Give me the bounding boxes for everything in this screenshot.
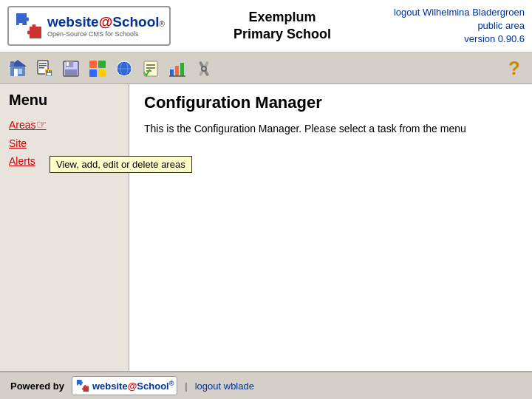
toolbar-pages-button[interactable]: 💾 xyxy=(33,57,56,81)
svg-point-34 xyxy=(202,67,205,70)
footer-logo-text: website@School® xyxy=(92,380,174,392)
svg-rect-14 xyxy=(65,69,77,75)
logo-registered: ® xyxy=(160,20,165,28)
svg-rect-18 xyxy=(98,69,106,77)
toolbar-icons: 💾 xyxy=(6,57,216,81)
toolbar-home-button[interactable] xyxy=(6,57,30,81)
svg-rect-7 xyxy=(39,65,47,66)
content-description: This is the Configuration Manager. Pleas… xyxy=(144,123,517,134)
logo-area[interactable]: website@School® Open-Source CMS for Scho… xyxy=(7,6,171,46)
sidebar: Menu Areas☞ View, add, edit or delete ar… xyxy=(0,84,129,371)
sidebar-item-site[interactable]: Site xyxy=(9,137,27,149)
logo-website: website xyxy=(47,14,99,30)
svg-rect-15 xyxy=(89,61,97,68)
svg-text:💾: 💾 xyxy=(46,69,52,76)
svg-rect-28 xyxy=(175,66,179,76)
logo-puzzle-icon xyxy=(13,10,44,41)
content-area: Configuration Manager This is the Config… xyxy=(129,84,532,371)
svg-rect-6 xyxy=(39,63,47,64)
toolbar-stats-button[interactable] xyxy=(166,57,189,81)
toolbar-save-button[interactable] xyxy=(59,57,83,81)
logo-box: website@School® Open-Source CMS for Scho… xyxy=(7,6,171,46)
svg-rect-17 xyxy=(89,69,97,77)
logo-tagline: Open-Source CMS for Schools xyxy=(47,30,165,38)
toolbar-users-button[interactable] xyxy=(139,57,163,81)
footer-separator: | xyxy=(185,381,187,392)
logo-at: @ xyxy=(99,14,113,30)
svg-rect-2 xyxy=(14,69,18,76)
svg-rect-8 xyxy=(39,67,44,69)
help-button[interactable]: ? xyxy=(504,57,525,80)
footer-powered-label: Powered by xyxy=(10,381,64,392)
toolbar-themes-button[interactable] xyxy=(112,57,136,81)
user-area: public area xyxy=(477,20,525,31)
header: website@School® Open-Source CMS for Scho… xyxy=(0,0,532,53)
sidebar-title: Menu xyxy=(9,92,120,109)
svg-rect-3 xyxy=(18,69,22,74)
sidebar-item-areas[interactable]: Areas☞ xyxy=(9,117,47,132)
footer-logout-link[interactable]: logout wblade xyxy=(195,381,254,392)
toolbar-modules-button[interactable] xyxy=(86,57,109,81)
svg-rect-27 xyxy=(170,69,174,76)
svg-rect-29 xyxy=(180,63,184,76)
footer-logo: website@School® xyxy=(72,376,177,395)
toolbar: 💾 xyxy=(0,53,532,84)
sidebar-item-alerts[interactable]: Alerts xyxy=(9,155,35,167)
logo-school: School xyxy=(112,14,159,30)
svg-rect-16 xyxy=(98,61,106,68)
tooltip-areas: View, add, edit or delete areas xyxy=(50,156,192,173)
content-title: Configuration Manager xyxy=(144,93,517,112)
version-label: version 0.90.6 xyxy=(464,33,525,44)
footer: Powered by website@School® | logout wbla… xyxy=(0,371,532,399)
toolbar-config-button[interactable] xyxy=(192,57,216,81)
logout-link[interactable]: logout Wilhelmina Bladergroen xyxy=(394,7,525,18)
svg-rect-13 xyxy=(66,62,69,66)
main-area: Menu Areas☞ View, add, edit or delete ar… xyxy=(0,84,532,371)
site-title: Exemplum Primary School xyxy=(171,9,394,44)
logo-text-area: website@School® Open-Source CMS for Scho… xyxy=(47,14,165,38)
user-info[interactable]: logout Wilhelmina Bladergroen public are… xyxy=(394,6,525,47)
svg-rect-4 xyxy=(10,61,14,66)
